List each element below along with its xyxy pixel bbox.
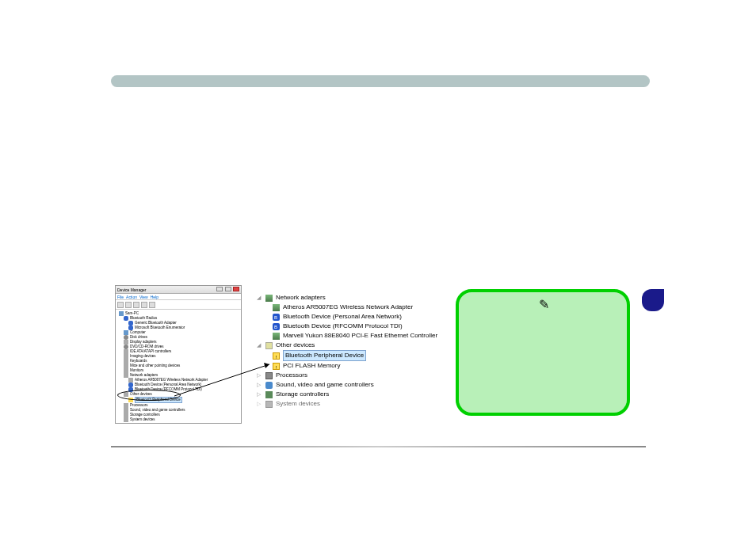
tree-expander-icon: ▷ — [257, 399, 261, 409]
titlebar: Device Manager — [116, 286, 241, 294]
device-tree-zoom: ◢Network adapters Atheros AR5007EG Wirel… — [254, 293, 440, 420]
tree-expander-icon: ▷ — [257, 371, 261, 380]
menu-file[interactable]: File — [117, 295, 124, 299]
tree-item-pci-flash[interactable]: PCI FLASH Memory — [254, 361, 440, 371]
storage-icon — [265, 391, 273, 398]
menu-action[interactable]: Action — [126, 295, 137, 299]
toolbar-refresh-icon[interactable] — [149, 302, 155, 308]
pencil-icon: ✎ — [539, 297, 549, 312]
toolbar-back-icon[interactable] — [117, 302, 124, 308]
tree-category-system[interactable]: ▷System devices — [254, 399, 440, 409]
tree-expander-icon: ◢ — [257, 341, 261, 350]
toolbar-forward-icon[interactable] — [125, 302, 132, 308]
tree-expander-icon: ▷ — [257, 380, 261, 390]
section-header-bar — [111, 75, 650, 87]
menu-help[interactable]: Help — [151, 295, 158, 299]
menubar: File Action View Help — [116, 294, 241, 300]
tree-item-bt-pan[interactable]: Bluetooth Device (Personal Area Network) — [254, 312, 440, 322]
processor-icon — [265, 372, 273, 379]
other-icon — [124, 392, 128, 397]
other-devices-icon — [265, 342, 273, 349]
tree-category-other[interactable]: ◢Other devices — [254, 341, 440, 350]
adapter-icon — [273, 333, 280, 340]
system-icon — [265, 401, 273, 408]
bluetooth-icon — [124, 316, 128, 321]
tree-category-storage[interactable]: ▷Storage controllers — [254, 390, 440, 399]
warning-icon — [273, 363, 280, 370]
window-buttons — [216, 287, 239, 292]
tree-expander-icon: ◢ — [257, 293, 261, 303]
footer-divider — [111, 446, 646, 447]
tree-item-bt-rfcomm[interactable]: Bluetooth Device (RFCOMM Protocol TDI) — [254, 322, 440, 331]
sound-icon — [265, 382, 273, 389]
tree-item-marvell[interactable]: Marvell Yukon 88E8040 PCI-E Fast Etherne… — [254, 331, 440, 341]
tree-expander-icon: ▷ — [257, 390, 261, 399]
adapter-icon — [273, 304, 280, 311]
page-tab-marker — [642, 289, 664, 311]
tree-category-sound[interactable]: ▷Sound, video and game controllers — [254, 380, 440, 390]
tree-category-processors[interactable]: ▷Processors — [254, 371, 440, 380]
computer-icon — [119, 311, 124, 316]
toolbar-prop-icon[interactable] — [133, 302, 139, 308]
toolbar — [116, 300, 241, 310]
device-manager-window: Device Manager File Action View Help Sam… — [115, 285, 242, 424]
minimize-icon[interactable] — [216, 287, 223, 291]
window-title: Device Manager — [117, 287, 146, 292]
system-icon — [124, 417, 128, 422]
warning-icon — [273, 352, 280, 360]
tree-item-bt-peripheral-selected[interactable]: Bluetooth Peripheral Device — [254, 350, 440, 361]
device-tree: Sam-PC Bluetooth Radios Generic Bluetoot… — [116, 310, 241, 424]
tree-item-selected[interactable]: Bluetooth Peripheral Device — [119, 397, 239, 403]
maximize-icon[interactable] — [225, 287, 231, 291]
network-adapter-icon — [265, 295, 273, 302]
menu-view[interactable]: View — [139, 295, 148, 299]
warning-icon — [128, 398, 133, 402]
tree-item[interactable]: System devices — [119, 417, 239, 422]
bluetooth-icon — [273, 314, 280, 321]
bluetooth-icon — [273, 323, 280, 330]
toolbar-scan-icon[interactable] — [141, 302, 147, 308]
tree-item-atheros[interactable]: Atheros AR5007EG Wireless Network Adapte… — [254, 303, 440, 312]
tree-category-network[interactable]: ◢Network adapters — [254, 293, 440, 303]
close-icon[interactable] — [233, 287, 239, 291]
